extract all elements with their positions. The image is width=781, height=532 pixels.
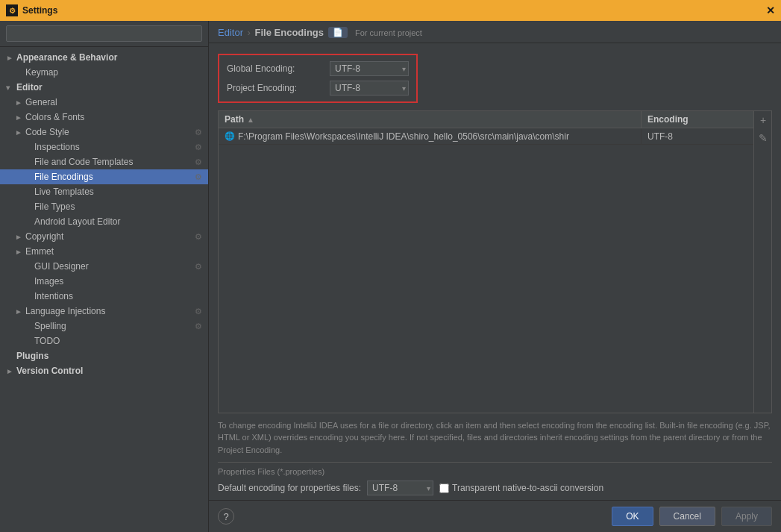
encoding-boxes: Global Encoding: UTF-8UTF-16ISO-8859-1Wi…: [218, 54, 418, 103]
sidebar-item-android-layout-editor[interactable]: Android Layout Editor: [0, 214, 208, 229]
title-bar-left: ⚙ Settings: [6, 4, 57, 16]
sidebar-item-label: Colors & Fonts: [25, 112, 202, 122]
sidebar-item-code-style[interactable]: Code Style⚙: [0, 125, 208, 140]
breadcrumb-parent[interactable]: Editor: [218, 27, 243, 38]
sidebar-item-label: TODO: [34, 336, 202, 346]
sidebar-item-colors-fonts[interactable]: Colors & Fonts: [0, 110, 208, 125]
sidebar-item-images[interactable]: Images: [0, 274, 208, 289]
search-box: [0, 21, 208, 47]
sidebar-item-plugins[interactable]: Plugins: [0, 348, 208, 363]
td-path: 🌐F:\Program Files\Workspaces\IntelliJ ID…: [219, 129, 642, 144]
sidebar-item-inspections[interactable]: Inspections⚙: [0, 140, 208, 154]
sidebar-item-version-control[interactable]: Version Control: [0, 363, 208, 378]
tree-arrow: [15, 128, 22, 137]
sidebar-item-keymap[interactable]: Keymap: [0, 65, 208, 80]
sidebar-item-badge: ⚙: [195, 262, 202, 272]
edit-row-button[interactable]: ✎: [754, 129, 772, 147]
window-title: Settings: [22, 5, 57, 16]
sidebar: Appearance & BehaviorKeymapEditorGeneral…: [0, 21, 209, 532]
sidebar-item-todo[interactable]: TODO: [0, 334, 208, 348]
path-text: F:\Program Files\Workspaces\IntelliJ IDE…: [238, 131, 569, 142]
sidebar-item-label: Code Style: [25, 127, 192, 137]
sidebar-item-spelling[interactable]: Spelling⚙: [0, 319, 208, 334]
close-button[interactable]: ✕: [766, 4, 775, 16]
sidebar-item-label: Language Injections: [25, 306, 192, 316]
sidebar-item-badge: ⚙: [195, 157, 202, 167]
sidebar-item-label: Version Control: [16, 366, 202, 376]
properties-row: Default encoding for properties files: U…: [218, 481, 772, 495]
table-row[interactable]: 🌐F:\Program Files\Workspaces\IntelliJ ID…: [219, 128, 753, 145]
sidebar-item-label: Inspections: [34, 142, 192, 152]
column-header-path[interactable]: Path ▲: [219, 111, 642, 128]
default-encoding-label: Default encoding for properties files:: [218, 483, 361, 493]
sidebar-item-language-injections[interactable]: Language Injections⚙: [0, 304, 208, 319]
sidebar-tree: Appearance & BehaviorKeymapEditorGeneral…: [0, 47, 208, 532]
sidebar-item-label: File Encodings: [34, 172, 192, 182]
title-bar: ⚙ Settings ✕: [0, 0, 781, 21]
properties-section: Properties Files (*.properties) Default …: [218, 462, 772, 500]
sidebar-item-label: Images: [34, 276, 202, 287]
tree-arrow: [6, 367, 13, 375]
sidebar-item-badge: ⚙: [195, 307, 202, 316]
tree-arrow: [15, 113, 22, 122]
path-icon: 🌐: [225, 131, 235, 141]
apply-button[interactable]: Apply: [721, 507, 772, 526]
sidebar-item-label: Live Templates: [34, 187, 202, 197]
breadcrumb-separator: ›: [248, 27, 251, 38]
content-header: Editor › File Encodings 📄 For current pr…: [209, 21, 781, 43]
project-encoding-label: Project Encoding:: [227, 83, 324, 93]
help-button[interactable]: ?: [218, 508, 234, 525]
sidebar-item-badge: ⚙: [195, 172, 202, 182]
sidebar-item-file-types[interactable]: File Types: [0, 199, 208, 214]
content-area: Editor › File Encodings 📄 For current pr…: [209, 21, 781, 532]
sidebar-item-label: Keymap: [25, 67, 202, 78]
table-container: Path ▲ Encoding 🌐F:\Program Files\Worksp…: [218, 110, 772, 413]
default-encoding-select[interactable]: UTF-8UTF-16ISO-8859-1: [367, 481, 433, 495]
sidebar-item-file-code-templates[interactable]: File and Code Templates⚙: [0, 154, 208, 169]
properties-title: Properties Files (*.properties): [218, 467, 772, 476]
encoding-column-label: Encoding: [647, 114, 689, 125]
sidebar-item-label: Copyright: [25, 231, 192, 242]
sidebar-item-emmet[interactable]: Emmet: [0, 244, 208, 259]
sidebar-item-appearance-behavior[interactable]: Appearance & Behavior: [0, 50, 208, 65]
sidebar-item-label: Android Layout Editor: [34, 216, 202, 227]
breadcrumb: Editor › File Encodings: [218, 27, 324, 38]
tree-arrow: [15, 233, 22, 241]
table-right-actions: + ✎: [753, 111, 771, 413]
sidebar-item-label: Appearance & Behavior: [16, 52, 202, 63]
sidebar-item-label: Spelling: [34, 321, 192, 331]
app-icon: ⚙: [6, 4, 18, 16]
global-encoding-label: Global Encoding:: [227, 63, 324, 74]
sidebar-item-editor[interactable]: Editor: [0, 80, 208, 95]
sidebar-item-badge: ⚙: [195, 232, 202, 242]
ok-button[interactable]: OK: [612, 507, 653, 526]
sidebar-item-copyright[interactable]: Copyright⚙: [0, 229, 208, 244]
sidebar-item-badge: ⚙: [195, 322, 202, 331]
file-encodings-table-wrapper: Path ▲ Encoding 🌐F:\Program Files\Worksp…: [218, 110, 772, 413]
default-encoding-select-wrapper: UTF-8UTF-16ISO-8859-1: [367, 481, 433, 495]
table-header: Path ▲ Encoding: [219, 111, 753, 128]
sidebar-item-badge: ⚙: [195, 128, 202, 137]
global-encoding-row: Global Encoding: UTF-8UTF-16ISO-8859-1Wi…: [227, 61, 409, 76]
info-text: To change encoding IntelliJ IDEA uses fo…: [218, 419, 772, 457]
sidebar-item-gui-designer[interactable]: GUI Designer⚙: [0, 259, 208, 274]
sidebar-item-general[interactable]: General: [0, 95, 208, 110]
bottom-bar: ? OK Cancel Apply: [209, 500, 781, 532]
column-header-encoding[interactable]: Encoding: [642, 111, 753, 128]
sidebar-item-file-encodings[interactable]: File Encodings⚙: [0, 169, 208, 184]
breadcrumb-current: File Encodings: [255, 27, 324, 38]
sidebar-item-live-templates[interactable]: Live Templates: [0, 184, 208, 199]
transparent-conversion-label: Transparent native-to-ascii conversion: [452, 483, 603, 493]
project-badge: For current project: [355, 28, 422, 37]
sidebar-item-label: File and Code Templates: [34, 157, 192, 167]
transparent-conversion-checkbox[interactable]: [439, 484, 449, 493]
global-encoding-select[interactable]: UTF-8UTF-16ISO-8859-1Windows-1252: [330, 61, 409, 76]
cancel-button[interactable]: Cancel: [659, 507, 715, 526]
sidebar-item-intentions[interactable]: Intentions: [0, 289, 208, 304]
td-encoding: UTF-8: [642, 129, 753, 144]
tree-arrow: [6, 84, 13, 92]
tree-arrow: [15, 307, 22, 316]
search-input[interactable]: [6, 25, 202, 42]
add-row-button[interactable]: +: [754, 111, 772, 129]
project-encoding-select[interactable]: UTF-8UTF-16ISO-8859-1Windows-1252: [330, 81, 409, 96]
